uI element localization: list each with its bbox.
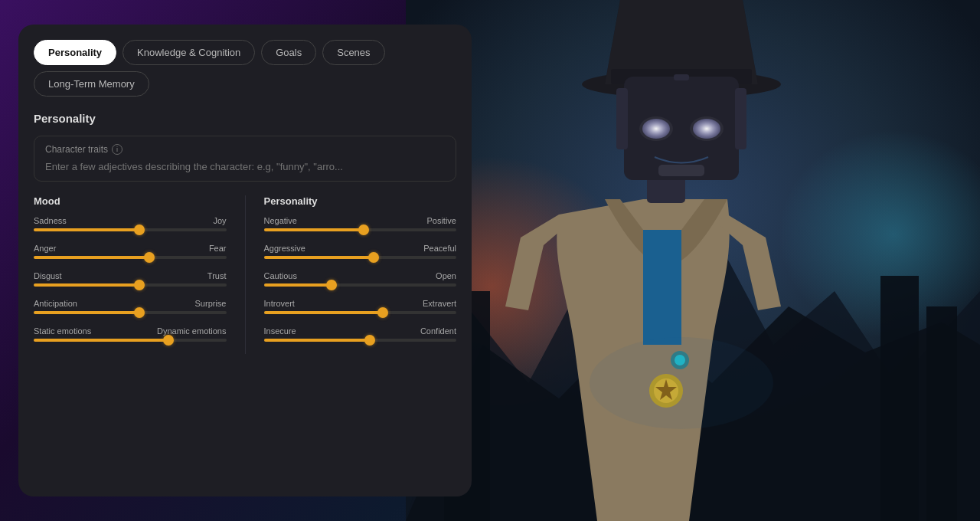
robot-illustration	[406, 0, 980, 521]
slider-right-label: Joy	[213, 216, 226, 225]
slider-fill	[34, 256, 149, 259]
slider-right-label: Surprise	[195, 299, 227, 308]
slider-left-label: Insecure	[264, 326, 296, 336]
slider-group-4: Static emotionsDynamic emotions	[34, 326, 227, 342]
section-title: Personality	[34, 112, 456, 125]
slider-fill	[264, 283, 332, 287]
svg-rect-11	[647, 176, 685, 203]
svg-point-22	[693, 119, 720, 139]
slider-labels-3: AnticipationSurprise	[34, 299, 227, 308]
slider-track-1[interactable]	[34, 256, 227, 259]
tab-knowledge[interactable]: Knowledge & Cognition	[122, 40, 255, 65]
tab-personality[interactable]: Personality	[34, 40, 116, 65]
slider-fill	[34, 228, 139, 231]
slider-track-0[interactable]	[264, 228, 457, 231]
slider-fill	[34, 283, 139, 287]
slider-track-2[interactable]	[264, 283, 457, 287]
tab-scenes[interactable]: Scenes	[322, 40, 384, 65]
slider-thumb[interactable]	[364, 335, 375, 346]
personality-column-title: Personality	[264, 195, 457, 207]
mood-column-title: Mood	[34, 195, 227, 207]
slider-fill	[34, 339, 168, 342]
personality-card: Personality Knowledge & Cognition Goals …	[18, 25, 472, 496]
slider-fill	[264, 256, 374, 259]
slider-group-0: SadnessJoy	[34, 216, 227, 231]
slider-right-label: Fear	[209, 244, 227, 253]
slider-track-1[interactable]	[264, 256, 457, 259]
svg-rect-18	[674, 74, 689, 80]
character-traits-box: Character traits i	[34, 136, 456, 182]
slider-labels-4: InsecureConfident	[264, 326, 457, 336]
svg-rect-7	[926, 306, 957, 521]
slider-thumb[interactable]	[326, 280, 337, 290]
tab-bar: Personality Knowledge & Cognition Goals …	[34, 40, 456, 97]
slider-left-label: Anticipation	[34, 299, 77, 308]
slider-labels-4: Static emotionsDynamic emotions	[34, 326, 227, 336]
slider-track-3[interactable]	[34, 311, 227, 314]
svg-rect-23	[658, 165, 704, 176]
svg-rect-16	[616, 88, 628, 149]
slider-track-3[interactable]	[264, 311, 457, 314]
svg-rect-17	[735, 88, 746, 149]
svg-point-26	[590, 337, 773, 429]
personality-column: Personality NegativePositiveAggressivePe…	[264, 195, 457, 354]
tab-memory[interactable]: Long-Term Memory	[34, 71, 149, 97]
slider-track-4[interactable]	[264, 339, 457, 342]
slider-group-2: DisgustTrust	[34, 271, 227, 287]
mood-column: Mood SadnessJoyAngerFearDisgustTrustAnti…	[34, 195, 227, 354]
slider-labels-2: DisgustTrust	[34, 271, 227, 280]
slider-right-label: Positive	[426, 216, 456, 225]
slider-left-label: Introvert	[264, 299, 295, 308]
slider-track-2[interactable]	[34, 283, 227, 287]
sliders-container: Mood SadnessJoyAngerFearDisgustTrustAnti…	[34, 195, 456, 354]
slider-group-3: AnticipationSurprise	[34, 299, 227, 314]
slider-right-label: Peaceful	[423, 244, 456, 253]
robot-background	[406, 0, 980, 521]
slider-left-label: Negative	[264, 216, 297, 225]
slider-fill	[264, 339, 370, 342]
slider-right-label: Extravert	[423, 299, 456, 308]
slider-right-label: Trust	[207, 271, 227, 280]
slider-fill	[34, 311, 139, 314]
info-icon: i	[112, 144, 122, 155]
personality-sliders: NegativePositiveAggressivePeacefulCautio…	[264, 216, 457, 342]
slider-left-label: Anger	[34, 244, 56, 253]
mood-sliders: SadnessJoyAngerFearDisgustTrustAnticipat…	[34, 216, 227, 342]
slider-left-label: Aggressive	[264, 244, 305, 253]
slider-left-label: Sadness	[34, 216, 67, 225]
svg-rect-6	[880, 276, 919, 521]
slider-thumb[interactable]	[377, 307, 388, 318]
slider-left-label: Static emotions	[34, 326, 91, 336]
slider-group-1: AggressivePeaceful	[264, 244, 457, 259]
slider-track-4[interactable]	[34, 339, 227, 342]
slider-group-1: AngerFear	[34, 244, 227, 259]
slider-labels-1: AngerFear	[34, 244, 227, 253]
slider-right-label: Open	[436, 271, 456, 280]
character-traits-label: Character traits i	[45, 144, 445, 155]
slider-labels-3: IntrovertExtravert	[264, 299, 457, 308]
tab-goals[interactable]: Goals	[261, 40, 316, 65]
left-panel: Personality Knowledge & Cognition Goals …	[0, 0, 490, 521]
slider-thumb[interactable]	[358, 224, 369, 235]
slider-labels-2: CautiousOpen	[264, 271, 457, 280]
slider-group-4: InsecureConfident	[264, 326, 457, 342]
slider-group-3: IntrovertExtravert	[264, 299, 457, 314]
slider-right-label: Confident	[420, 326, 456, 336]
slider-group-2: CautiousOpen	[264, 271, 457, 287]
slider-labels-1: AggressivePeaceful	[264, 244, 457, 253]
slider-thumb[interactable]	[163, 335, 174, 346]
slider-labels-0: SadnessJoy	[34, 216, 227, 225]
character-traits-input[interactable]	[45, 161, 445, 172]
slider-thumb[interactable]	[368, 252, 379, 263]
slider-left-label: Disgust	[34, 271, 62, 280]
slider-thumb[interactable]	[134, 280, 145, 290]
slider-fill	[264, 311, 384, 314]
slider-thumb[interactable]	[144, 252, 155, 263]
slider-thumb[interactable]	[134, 224, 145, 235]
slider-group-0: NegativePositive	[264, 216, 457, 231]
slider-fill	[264, 228, 364, 231]
column-divider	[245, 195, 246, 354]
slider-track-0[interactable]	[34, 228, 227, 231]
slider-left-label: Cautious	[264, 271, 297, 280]
slider-thumb[interactable]	[134, 307, 145, 318]
